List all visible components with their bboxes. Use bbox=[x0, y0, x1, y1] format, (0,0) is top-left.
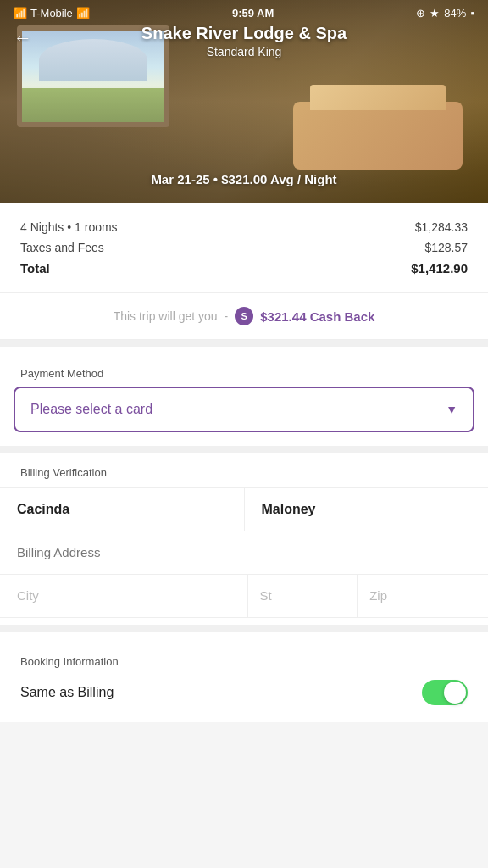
battery-icon: ▪ bbox=[470, 7, 474, 19]
dropdown-arrow-icon: ▼ bbox=[446, 403, 458, 416]
city-placeholder: City bbox=[17, 588, 39, 603]
price-summary: 4 Nights • 1 rooms $1,284.33 Taxes and F… bbox=[0, 203, 488, 293]
name-row bbox=[0, 487, 488, 531]
address-field-wrap bbox=[0, 531, 488, 575]
room-type: Standard King bbox=[0, 45, 488, 58]
taxes-price: $128.57 bbox=[424, 241, 468, 254]
billing-address-field[interactable] bbox=[17, 545, 471, 559]
zip-placeholder: Zip bbox=[369, 588, 387, 603]
taxes-label: Taxes and Fees bbox=[20, 241, 104, 254]
total-row: Total $1,412.90 bbox=[20, 261, 468, 275]
cashback-icon: S bbox=[235, 307, 253, 326]
same-as-billing-row: Same as Billing bbox=[20, 680, 468, 705]
total-label: Total bbox=[20, 261, 50, 275]
payment-label: Payment Method bbox=[0, 353, 488, 387]
status-icons: ⊕ ★ 84% ▪ bbox=[416, 7, 474, 19]
hero-image: ← Snake River Lodge & Spa Standard King … bbox=[0, 0, 488, 203]
cashback-amount: $321.44 Cash Back bbox=[260, 309, 374, 324]
state-field-wrap: St bbox=[248, 575, 358, 617]
hotel-name: Snake River Lodge & Spa bbox=[0, 24, 488, 43]
card-select-button[interactable]: Please select a card ▼ bbox=[14, 387, 474, 432]
billing-label: Billing Verification bbox=[0, 453, 488, 487]
card-select-placeholder: Please select a card bbox=[30, 402, 152, 417]
cashback-row: This trip will get you - S $321.44 Cash … bbox=[0, 293, 488, 340]
separator-2 bbox=[0, 446, 488, 453]
content-area: 4 Nights • 1 rooms $1,284.33 Taxes and F… bbox=[0, 203, 488, 722]
battery-label: 84% bbox=[444, 7, 466, 19]
cashback-dash: - bbox=[225, 309, 229, 323]
billing-section: Billing Verification City St Zip bbox=[0, 453, 488, 625]
separator-1 bbox=[0, 340, 488, 347]
city-zip-row: City St Zip bbox=[0, 575, 488, 618]
status-bar: 📶 T-Mobile 📶 9:59 AM ⊕ ★ 84% ▪ bbox=[0, 0, 488, 26]
zip-field-wrap: Zip bbox=[358, 575, 488, 617]
hero-furniture bbox=[293, 102, 463, 170]
toggle-thumb bbox=[444, 682, 466, 704]
booking-section: Booking Information Same as Billing bbox=[0, 638, 488, 722]
hero-title-area: Snake River Lodge & Spa Standard King bbox=[0, 24, 488, 58]
nights-price: $1,284.33 bbox=[415, 220, 468, 234]
hero-dates: Mar 21-25 • $321.00 Avg / Night bbox=[0, 172, 488, 186]
status-carrier: 📶 T-Mobile 📶 bbox=[14, 7, 90, 19]
signal-icon: 📶 bbox=[14, 7, 27, 19]
same-as-billing-toggle[interactable] bbox=[422, 680, 468, 705]
nights-label: 4 Nights • 1 rooms bbox=[20, 220, 118, 234]
city-field-wrap: City bbox=[0, 575, 248, 617]
total-price: $1,412.90 bbox=[411, 261, 468, 275]
status-time: 9:59 AM bbox=[232, 7, 274, 19]
separator-3 bbox=[0, 625, 488, 632]
taxes-row: Taxes and Fees $128.57 bbox=[20, 241, 468, 254]
same-as-billing-label: Same as Billing bbox=[20, 685, 114, 700]
first-name-field[interactable] bbox=[0, 488, 245, 531]
cashback-prefix: This trip will get you bbox=[114, 309, 218, 323]
payment-section: Payment Method Please select a card ▼ bbox=[0, 353, 488, 446]
booking-label: Booking Information bbox=[20, 655, 468, 668]
state-placeholder: St bbox=[260, 588, 272, 603]
wifi-icon: 📶 bbox=[76, 7, 90, 19]
nights-row: 4 Nights • 1 rooms $1,284.33 bbox=[20, 220, 468, 234]
location-icon: ⊕ bbox=[416, 7, 425, 19]
last-name-field[interactable] bbox=[245, 488, 489, 531]
bluetooth-icon: ★ bbox=[430, 7, 440, 19]
